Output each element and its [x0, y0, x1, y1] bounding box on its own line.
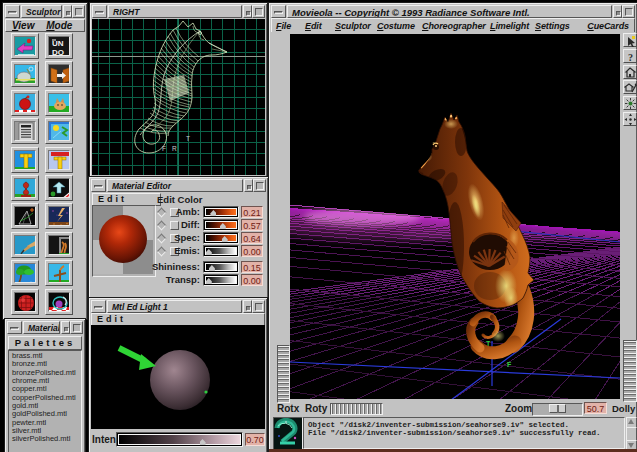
tool-night-lightning[interactable]	[45, 203, 73, 229]
slider-gradient[interactable]	[203, 232, 239, 244]
menu-file[interactable]: File	[276, 19, 291, 33]
status-scrollbar[interactable]	[626, 417, 635, 449]
roty-thumbwheel[interactable]	[330, 403, 383, 415]
maximize-icon	[625, 8, 633, 16]
main-viewport[interactable]: TRF	[290, 34, 620, 399]
rotx-thumbwheel[interactable]	[277, 345, 290, 403]
zoom-slider-thumb[interactable]	[549, 404, 566, 413]
tool-paint-hand[interactable]	[11, 232, 39, 258]
slider-gradient[interactable]	[203, 245, 239, 257]
maximize-button[interactable]	[252, 5, 265, 18]
slider-gradient[interactable]	[203, 206, 239, 218]
tool-mirror-doors[interactable]	[45, 61, 73, 87]
slider-value[interactable]: 0.00	[241, 245, 263, 257]
window-menu-button[interactable]	[271, 5, 286, 18]
slider-value[interactable]: 0.15	[241, 261, 263, 273]
slider-gradient-fill	[205, 234, 237, 242]
zoom-thumb-ridge	[557, 405, 559, 413]
window-title: Mtl Ed Light 1	[107, 300, 242, 313]
window-light-editor: Mtl Ed Light 1 Edit	[88, 297, 268, 452]
minimize-button[interactable]	[61, 321, 70, 334]
window-menu-button[interactable]	[91, 300, 106, 313]
tool-sun-window[interactable]	[45, 118, 73, 144]
window-title: Movieola -- Copyright © 1993 Radiance So…	[287, 5, 612, 18]
light-direction-arrow[interactable]	[119, 348, 156, 370]
window-menu-icon	[274, 11, 283, 14]
tool-surface-hand[interactable]	[11, 61, 39, 87]
tool-script-list[interactable]	[11, 118, 39, 144]
tool-rotate-object[interactable]	[11, 33, 39, 59]
undo-text-bottom: DO	[52, 48, 64, 56]
menu-sculptor[interactable]: Sculptor	[335, 19, 371, 33]
menu-settings[interactable]: Settings	[535, 19, 570, 33]
maximize-button[interactable]	[252, 300, 265, 313]
light-viewport[interactable]	[91, 325, 265, 429]
slider-value[interactable]: 0.21	[241, 206, 263, 218]
minimize-button[interactable]	[613, 5, 622, 18]
slider-value[interactable]: 0.00	[241, 274, 263, 286]
axis-label-front: F	[162, 145, 166, 152]
zoom-value[interactable]: 50.7	[584, 402, 607, 414]
tool-path-arrow[interactable]	[45, 175, 73, 201]
radiance-logo	[274, 418, 300, 448]
intensity-slider[interactable]	[116, 432, 243, 447]
axis-label: F	[507, 361, 512, 368]
window-menu-button[interactable]	[7, 321, 22, 334]
tool-undo[interactable]: UNDO	[45, 33, 73, 59]
minimize-button[interactable]	[243, 300, 252, 313]
tool-basket-objects[interactable]	[45, 289, 73, 315]
tool-creature-head[interactable]	[45, 90, 73, 116]
viewer-button-set-home[interactable]	[623, 80, 637, 94]
menu-limelight[interactable]: Limelight	[490, 19, 529, 33]
mirror-doors-art	[49, 65, 70, 84]
status-panel: Object "/disk2/inventer-submission/seaho…	[303, 417, 625, 449]
script-list-icon	[14, 121, 36, 141]
viewer-button-help[interactable]: ?	[623, 49, 637, 63]
status-area: Object "/disk2/inventer-submission/seaho…	[271, 416, 635, 449]
menu-costume[interactable]: Costume	[377, 19, 415, 33]
slider-gradient[interactable]	[203, 219, 239, 231]
window-menu-button[interactable]	[92, 5, 107, 18]
slider-gradient[interactable]	[203, 261, 239, 273]
viewer-button-home[interactable]	[623, 65, 637, 79]
minimize-button[interactable]	[243, 5, 252, 18]
tool-walk-door[interactable]	[45, 232, 73, 258]
scrollbar-thumb[interactable]	[626, 427, 637, 441]
up-arrow-icon	[628, 419, 634, 424]
viewer-button-pick-arrow[interactable]	[623, 33, 637, 47]
text-beam-icon	[48, 150, 70, 170]
slider-value[interactable]: 0.57	[241, 219, 263, 231]
viewer-button-seek[interactable]	[623, 112, 637, 126]
intensity-value[interactable]: 0.70	[245, 433, 265, 446]
menu-cuecards[interactable]: CueCards	[587, 19, 629, 33]
tree-water-art	[15, 264, 36, 283]
slider-gradient[interactable]	[203, 274, 239, 286]
maximize-button[interactable]	[70, 321, 83, 334]
tool-textured-sphere[interactable]	[11, 289, 39, 315]
tool-tree-water[interactable]	[11, 260, 39, 286]
right-viewport[interactable]: T F R	[92, 19, 265, 175]
tool-wireframe-cone[interactable]	[11, 203, 39, 229]
zoom-slider[interactable]	[532, 403, 583, 416]
tool-text-tool[interactable]	[11, 147, 39, 173]
maximize-button[interactable]	[622, 5, 635, 18]
titlebar-right-view: RIGHT	[92, 5, 265, 18]
tool-text-beam[interactable]	[45, 147, 73, 173]
material-sphere-icon	[14, 93, 36, 113]
tool-material-sphere[interactable]	[11, 90, 39, 116]
minimize-icon	[64, 327, 69, 332]
material-list-item[interactable]: silverPolished.mtl	[9, 435, 81, 443]
sun-window-icon	[48, 121, 70, 141]
window-title: RIGHT	[108, 5, 242, 18]
menu-choreographer[interactable]: Choreographer	[422, 19, 486, 33]
viewer-control-bar: Rotx Roty Zoom 50.7 Dolly	[271, 401, 635, 416]
menu-edit[interactable]: Edit	[305, 19, 322, 33]
dolly-thumbwheel[interactable]	[623, 340, 637, 402]
tool-dagger-ground[interactable]	[45, 260, 73, 286]
tool-lathe-vase[interactable]	[11, 175, 39, 201]
intensity-gradient-fill	[118, 434, 241, 445]
light-sphere[interactable]	[150, 350, 210, 410]
viewer-button-view-all[interactable]	[623, 96, 637, 110]
text-tool-icon	[14, 150, 36, 170]
slider-value[interactable]: 0.64	[241, 232, 263, 244]
